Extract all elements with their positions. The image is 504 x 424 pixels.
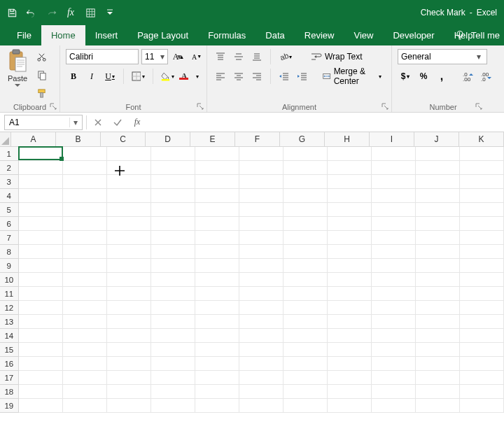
cell[interactable] — [151, 357, 195, 371]
name-box-input[interactable] — [5, 118, 69, 127]
decrease-indent-button[interactable] — [276, 69, 292, 84]
tab-developer[interactable]: Developer — [383, 25, 444, 45]
cell[interactable] — [63, 343, 107, 357]
cell[interactable] — [328, 231, 372, 245]
tab-insert[interactable]: Insert — [85, 25, 128, 45]
align-top-button[interactable] — [213, 49, 228, 64]
cell[interactable] — [416, 245, 460, 259]
cell[interactable] — [151, 301, 195, 315]
cell[interactable] — [372, 329, 416, 343]
cell[interactable] — [239, 399, 284, 413]
cell[interactable] — [151, 175, 195, 189]
cell[interactable] — [107, 315, 151, 329]
name-box[interactable]: ▾ — [4, 115, 83, 130]
font-size-combo[interactable]: ▾ — [141, 49, 168, 64]
cell[interactable] — [19, 371, 63, 385]
row-header[interactable]: 6 — [0, 217, 19, 231]
cell[interactable] — [107, 385, 151, 399]
lightbulb-icon[interactable] — [454, 29, 467, 42]
cell[interactable] — [284, 329, 328, 343]
orientation-button[interactable]: ab▾ — [276, 49, 294, 64]
cell[interactable] — [372, 371, 416, 385]
cell[interactable] — [195, 301, 239, 315]
cell[interactable] — [195, 147, 239, 161]
align-center-button[interactable] — [231, 69, 246, 84]
cell[interactable] — [19, 217, 63, 231]
cell[interactable] — [239, 329, 284, 343]
cell[interactable] — [284, 273, 328, 287]
cell[interactable] — [19, 147, 63, 161]
cell[interactable] — [460, 343, 504, 357]
underline-button[interactable]: U▾ — [102, 69, 118, 84]
row-header[interactable]: 5 — [0, 203, 19, 217]
cell[interactable] — [284, 245, 328, 259]
redo-icon[interactable] — [45, 6, 57, 19]
cell[interactable] — [63, 245, 107, 259]
font-name-combo[interactable]: ▾ — [66, 49, 139, 64]
cell[interactable] — [151, 259, 195, 273]
column-header[interactable]: F — [235, 132, 280, 146]
row-header[interactable]: 8 — [0, 245, 19, 259]
cell[interactable] — [284, 315, 328, 329]
cell[interactable] — [328, 329, 372, 343]
cell[interactable] — [63, 371, 107, 385]
cell[interactable] — [328, 147, 372, 161]
cell[interactable] — [151, 217, 195, 231]
cell[interactable] — [284, 371, 328, 385]
clipboard-dialog-launcher[interactable] — [49, 102, 57, 111]
row-header[interactable]: 16 — [0, 357, 19, 371]
cell[interactable] — [328, 273, 372, 287]
cell[interactable] — [107, 371, 151, 385]
cell[interactable] — [107, 357, 151, 371]
column-header[interactable]: E — [190, 132, 235, 146]
cell[interactable] — [239, 385, 284, 399]
tab-file[interactable]: File — [7, 25, 41, 45]
row-header[interactable]: 3 — [0, 175, 19, 189]
cell[interactable] — [195, 399, 239, 413]
cell[interactable] — [328, 315, 372, 329]
cell[interactable] — [151, 273, 195, 287]
number-format-input[interactable] — [398, 52, 474, 62]
cell[interactable] — [107, 329, 151, 343]
cell[interactable] — [195, 175, 239, 189]
cell[interactable] — [151, 231, 195, 245]
cell[interactable] — [19, 329, 63, 343]
chevron-down-icon[interactable]: ▾ — [69, 118, 80, 127]
cell[interactable] — [195, 315, 239, 329]
cell[interactable] — [63, 315, 107, 329]
cell[interactable] — [63, 357, 107, 371]
cell[interactable] — [195, 343, 239, 357]
cell[interactable] — [107, 287, 151, 301]
cell[interactable] — [284, 161, 328, 175]
formula-input[interactable] — [147, 115, 504, 130]
cell[interactable] — [372, 203, 416, 217]
cell[interactable] — [195, 329, 239, 343]
cell[interactable] — [151, 315, 195, 329]
cell[interactable] — [416, 385, 460, 399]
cell[interactable] — [63, 385, 107, 399]
cell[interactable] — [19, 161, 63, 175]
cell[interactable] — [328, 399, 372, 413]
cell[interactable] — [372, 399, 416, 413]
cell[interactable] — [460, 329, 504, 343]
tab-view[interactable]: View — [344, 25, 383, 45]
cell[interactable] — [195, 245, 239, 259]
format-painter-button[interactable] — [34, 85, 49, 101]
cell[interactable] — [416, 273, 460, 287]
row-header[interactable]: 17 — [0, 371, 19, 385]
increase-indent-button[interactable] — [295, 69, 310, 84]
cell[interactable] — [284, 301, 328, 315]
cell[interactable] — [19, 245, 63, 259]
row-header[interactable]: 10 — [0, 273, 19, 287]
row-header[interactable]: 7 — [0, 231, 19, 245]
column-header[interactable]: I — [370, 132, 414, 146]
row-header[interactable]: 11 — [0, 287, 19, 301]
cell[interactable] — [195, 217, 239, 231]
row-header[interactable]: 19 — [0, 399, 19, 413]
cell[interactable] — [107, 343, 151, 357]
cell[interactable] — [416, 217, 460, 231]
cell[interactable] — [151, 287, 195, 301]
cell[interactable] — [63, 329, 107, 343]
cell[interactable] — [63, 231, 107, 245]
column-header[interactable]: A — [11, 132, 56, 146]
